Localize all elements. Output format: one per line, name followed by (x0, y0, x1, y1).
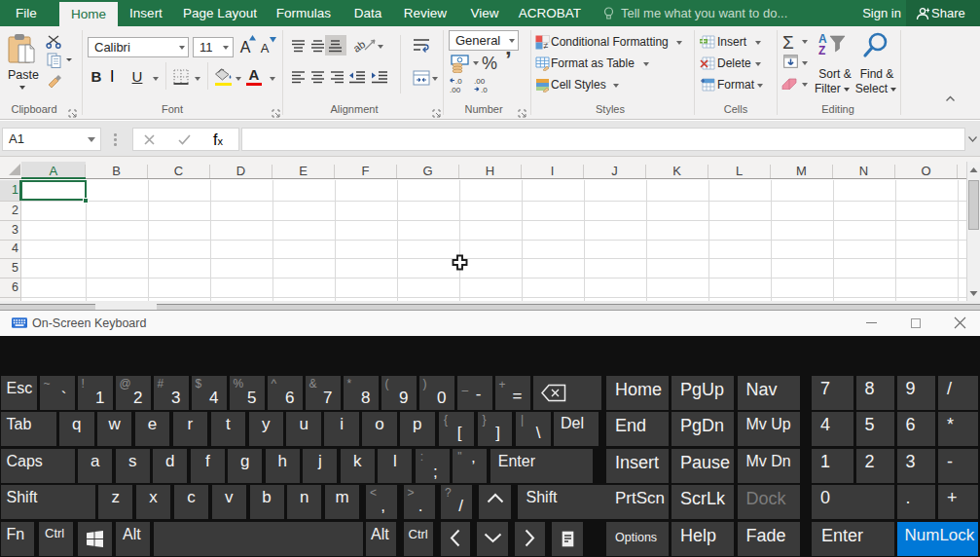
svg-text:.0: .0 (455, 77, 462, 86)
svg-text:≠: ≠ (544, 41, 549, 50)
svg-text:.00: .00 (474, 77, 486, 86)
svg-text:.00: .00 (450, 86, 461, 93)
svg-text:.0: .0 (481, 86, 488, 93)
